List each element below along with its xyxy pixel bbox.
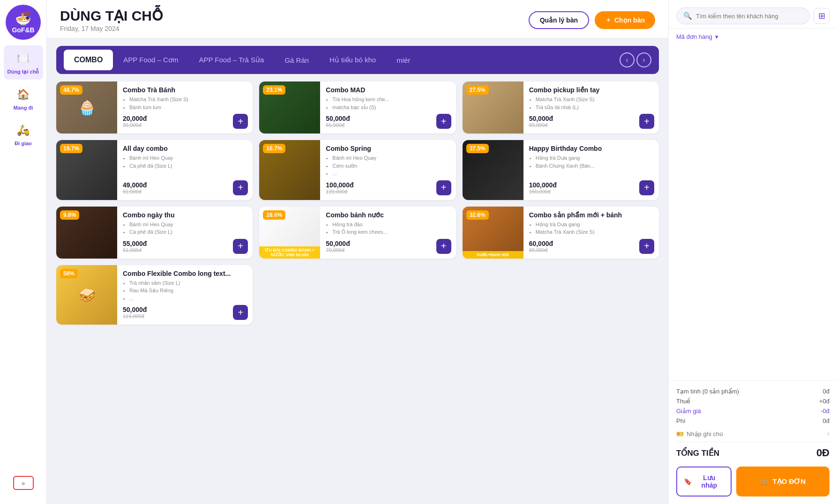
fee-label: Phí <box>676 417 686 424</box>
product-price-row-p8: 50,000đ 70,000đ + <box>326 239 451 254</box>
tax-label: Thuế <box>676 398 690 405</box>
dung-tai-cho-icon: 🍽️ <box>15 50 32 67</box>
sidebar-item-dung-tai-cho[interactable]: 🍽️ Dùng tại chỗ <box>4 45 43 80</box>
product-image-p8: 28.6% ƯU ĐÃI COMBO BÁNH + NƯỚC VNĐ 59,00… <box>259 207 320 259</box>
product-price-p3: 50,000đ <box>529 115 553 122</box>
product-card-p6: 37.5% Happy Birthday Combo Hồng trà Dưa … <box>463 140 659 200</box>
search-bar: 🔍 ⊞ <box>669 0 837 29</box>
price-group-p5: 100,000đ 120,000đ <box>326 181 353 194</box>
product-price-row-p3: 50,000đ 69,000đ + <box>529 114 654 129</box>
price-group-p8: 50,000đ 70,000đ <box>326 240 350 253</box>
sidebar-expand-button[interactable]: » <box>13 476 34 490</box>
product-card-p3: 27.5% Combo pickup liền tay Matcha Trà X… <box>463 82 659 133</box>
discount-badge-p9: 32.6% <box>466 210 489 220</box>
add-product-button-p6[interactable]: + <box>639 180 654 195</box>
price-group-p3: 50,000đ 69,000đ <box>529 115 553 128</box>
product-name-p7: Combo ngày thu <box>123 211 248 219</box>
create-order-button[interactable]: 🛒 TẠO ĐƠN <box>736 467 830 497</box>
subtotal-label: Tạm tính (0 sản phẩm) <box>676 388 739 395</box>
product-price-row-p5: 100,000đ 120,000đ + <box>326 180 451 195</box>
promo-overlay: Nước+Bánh 65k <box>463 251 523 259</box>
promo-overlay: ƯU ĐÃI COMBO BÁNH + NƯỚC VNĐ 59,000 <box>259 246 320 259</box>
add-product-button-p5[interactable]: + <box>436 180 451 195</box>
product-price-p10: 50,000đ <box>123 306 147 313</box>
price-group-p6: 100,000đ 160,000đ <box>529 181 557 194</box>
add-product-button-p10[interactable]: + <box>233 305 248 320</box>
sidebar-label-dung-tai-cho: Dùng tại chỗ <box>7 69 39 75</box>
tab-ga-ran[interactable]: Gà Rán <box>274 46 319 74</box>
discount-badge-p6: 37.5% <box>466 144 489 153</box>
discount-value: -0đ <box>821 408 830 415</box>
add-product-button-p8[interactable]: + <box>436 239 451 254</box>
sidebar-item-di-giao[interactable]: 🛵 Đi giao <box>4 117 43 151</box>
price-group-p4: 49,000đ 61,000đ <box>123 181 147 194</box>
products-grid: 🧁 48.7% Combo Trà Bánh Matcha Trà Xanh (… <box>56 82 659 325</box>
product-name-p5: Combo Spring <box>326 145 451 152</box>
sidebar: 🍜 GoF&B 🍽️ Dùng tại chỗ 🏠 Mang đi 🛵 Đi g… <box>0 0 47 504</box>
product-ingredients-p2: Trà Hoa hồng kem che...matcha bạc xỉu (S… <box>326 96 451 111</box>
product-name-p3: Combo pickup liền tay <box>529 86 654 94</box>
save-draft-button[interactable]: 🔖 Lưu nháp <box>676 467 732 497</box>
product-ingredients-p1: Matcha Trà Xanh (Size S)Bánh tùm lum <box>123 96 248 111</box>
tab-app-food-tra-sua[interactable]: APP Food – Trà Sữa <box>188 46 274 74</box>
sidebar-label-mang-di: Mang đi <box>14 105 33 111</box>
header: DÙNG TẠI CHỖ Friday, 17 May 2024 Quản lý… <box>47 0 668 38</box>
note-input[interactable] <box>687 430 824 437</box>
product-original-price-p5: 120,000đ <box>326 189 353 194</box>
manage-table-button[interactable]: Quản lý bàn <box>529 11 589 29</box>
discount-badge-p4: 19.7% <box>60 144 82 153</box>
tab-hu-tieu-bo-kho[interactable]: Hủ tiếu bò kho <box>319 46 386 74</box>
tab-combo[interactable]: COMBO <box>64 50 113 70</box>
tab-app-food-com[interactable]: APP Food – Cơm <box>113 46 188 74</box>
add-product-button-p2[interactable]: + <box>436 114 451 129</box>
scan-icon-button[interactable]: ⊞ <box>814 8 830 24</box>
product-name-p8: Combo bánh nước <box>326 211 451 219</box>
product-image-p3: 27.5% <box>463 82 523 133</box>
discount-badge-p5: 16.7% <box>263 144 285 153</box>
product-price-p7: 55,000đ <box>123 240 147 247</box>
product-original-price-p1: 39,000đ <box>123 122 147 128</box>
add-product-button-p3[interactable]: + <box>639 114 654 129</box>
sidebar-item-mang-di[interactable]: 🏠 Mang đi <box>4 82 43 115</box>
category-tabs: COMBO APP Food – Cơm APP Food – Trà Sữa … <box>56 46 659 74</box>
note-icon: 🎫 <box>676 430 684 437</box>
product-original-price-p8: 70,000đ <box>326 247 350 253</box>
product-ingredients-p10: Trà nhãn sâm (Size L)Rau Má Sầu Riêng... <box>123 279 248 303</box>
choose-table-button[interactable]: ＋ Chọn bàn <box>595 11 655 29</box>
discount-badge-p8: 28.6% <box>263 210 285 220</box>
subtotal-row: Tạm tính (0 sản phẩm) 0đ <box>676 386 830 396</box>
product-price-row-p1: 20,000đ 39,000đ + <box>123 114 248 129</box>
tab-prev-button[interactable]: ‹ <box>620 52 635 67</box>
search-input[interactable] <box>696 13 803 20</box>
product-info-p3: Combo pickup liền tay Matcha Trà Xanh (S… <box>523 82 659 133</box>
action-buttons: 🔖 Lưu nháp 🛒 TẠO ĐƠN <box>669 462 837 504</box>
product-name-p4: All day combo <box>123 145 248 152</box>
add-product-button-p7[interactable]: + <box>233 239 248 254</box>
order-code-arrow: ▾ <box>715 33 718 40</box>
mang-di-icon: 🏠 <box>15 86 32 103</box>
total-value: 0Đ <box>816 447 830 459</box>
add-product-button-p4[interactable]: + <box>233 180 248 195</box>
add-product-button-p1[interactable]: + <box>233 114 248 129</box>
product-info-p10: Combo Flexible Combo long text... Trà nh… <box>117 265 253 325</box>
product-card-p8: 28.6% ƯU ĐÃI COMBO BÁNH + NƯỚC VNĐ 59,00… <box>259 207 456 259</box>
product-ingredients-p6: Hồng trà Dưa gangBánh Chưng Xanh (Bán... <box>529 154 654 170</box>
product-original-price-p10: 119,000đ <box>123 313 147 319</box>
order-items-area <box>669 45 837 380</box>
tab-navigation: ‹ › <box>620 52 651 67</box>
tab-mier[interactable]: miér <box>386 46 420 74</box>
product-original-price-p9: 89,000đ <box>529 247 553 253</box>
product-card-p5: 16.7% Combo Spring Bánh mì Heo QuayCơm s… <box>259 140 456 200</box>
tab-next-button[interactable]: › <box>636 52 651 67</box>
plus-icon: ＋ <box>605 16 612 24</box>
product-price-p2: 50,000đ <box>326 115 350 122</box>
product-image-p7: 9.8% <box>56 207 117 259</box>
product-ingredients-p8: Hồng trà đàoTrà Ô long kem chees... <box>326 221 451 236</box>
add-product-button-p9[interactable]: + <box>639 239 654 254</box>
product-price-row-p10: 50,000đ 119,000đ + <box>123 305 248 320</box>
search-icon: 🔍 <box>683 12 692 20</box>
product-name-p6: Happy Birthday Combo <box>529 145 654 152</box>
product-original-price-p2: 65,000đ <box>326 122 350 128</box>
save-draft-icon: 🔖 <box>684 478 692 485</box>
products-area: 🧁 48.7% Combo Trà Bánh Matcha Trà Xanh (… <box>47 74 668 504</box>
